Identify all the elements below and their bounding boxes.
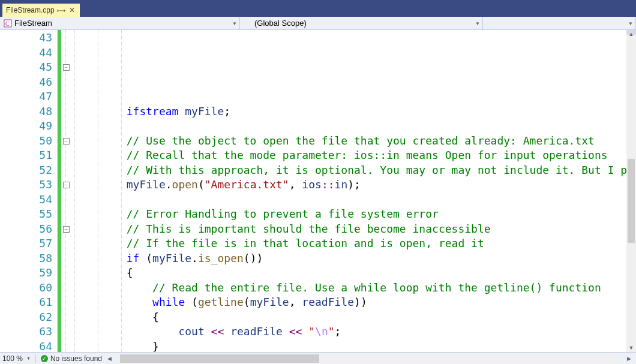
fold-toggle-icon[interactable]: − (63, 64, 70, 71)
code-line[interactable] (74, 192, 626, 207)
code-line[interactable]: // With this approach, it is optional. Y… (74, 163, 626, 178)
scroll-left-arrow-icon[interactable]: ◀ (106, 356, 113, 362)
line-number: 51 (0, 148, 52, 163)
scroll-right-arrow-icon[interactable]: ▶ (625, 356, 632, 362)
status-bar: 100 % ▼ ✓ No issues found ◀ ▶ (0, 352, 636, 364)
line-number: 63 (0, 324, 52, 339)
line-number: 46 (0, 75, 52, 90)
line-number: 61 (0, 295, 52, 310)
line-number: 52 (0, 163, 52, 178)
scroll-up-arrow-icon[interactable]: ▲ (626, 31, 636, 37)
code-editor: 4344454647484950515253545556575859606162… (0, 30, 636, 352)
line-number: 56 (0, 222, 52, 237)
code-line[interactable]: } (74, 339, 626, 353)
vertical-scrollbar[interactable]: ▲ ▼ (626, 30, 636, 352)
line-number: 43 (0, 31, 52, 46)
code-folding-column[interactable]: −−−− (61, 30, 71, 352)
issues-status[interactable]: ✓ No issues found (38, 354, 102, 363)
line-number: 55 (0, 207, 52, 222)
nav-class-dropdown[interactable]: C FileStream ▼ (0, 17, 240, 29)
code-line[interactable]: // If the file is in that location and i… (74, 236, 626, 251)
document-tab-bar: FileStream.cpp ⟼ ✕ (0, 2, 636, 17)
line-number-gutter: 4344454647484950515253545556575859606162… (0, 30, 58, 352)
nav-class-label: FileStream (14, 19, 52, 28)
line-number: 59 (0, 266, 52, 281)
chevron-down-icon: ▼ (475, 20, 480, 26)
line-number: 50 (0, 134, 52, 149)
code-line[interactable]: cout << readFile << "\n"; (74, 324, 626, 339)
class-icon: C (4, 19, 12, 28)
status-divider (35, 354, 36, 363)
issues-status-text: No issues found (50, 354, 102, 363)
nav-scope-dropdown[interactable]: (Global Scope) ▼ (240, 17, 483, 29)
line-number: 62 (0, 310, 52, 325)
ok-check-icon: ✓ (41, 355, 48, 362)
line-number: 48 (0, 104, 52, 119)
tab-filename: FileStream.cpp (6, 6, 55, 14)
code-line[interactable]: { (74, 310, 626, 325)
code-line[interactable] (74, 119, 626, 134)
horizontal-scrollbar[interactable]: ◀ ▶ (102, 354, 636, 363)
fold-toggle-icon[interactable]: − (63, 226, 70, 233)
code-line[interactable]: while (getline(myFile, readFile)) (74, 295, 626, 310)
document-tab-active[interactable]: FileStream.cpp ⟼ ✕ (2, 4, 80, 17)
code-line[interactable]: if (myFile.is_open()) (74, 251, 626, 266)
chevron-down-icon: ▼ (232, 20, 237, 26)
code-line[interactable]: { (74, 266, 626, 281)
chevron-down-icon: ▼ (628, 20, 633, 26)
line-number: 58 (0, 251, 52, 266)
horizontal-scroll-track[interactable] (120, 354, 618, 363)
line-number: 45 (0, 60, 52, 75)
close-icon[interactable]: ✕ (68, 6, 76, 14)
fold-toggle-icon[interactable]: − (63, 182, 70, 188)
code-area[interactable]: ifstream myFile; // Use the object to op… (71, 30, 626, 352)
fold-toggle-icon[interactable]: − (63, 138, 70, 145)
code-line[interactable]: // This is important should the file bec… (74, 222, 626, 237)
line-number: 47 (0, 89, 52, 104)
line-number: 64 (0, 339, 52, 354)
line-number: 57 (0, 236, 52, 251)
zoom-level[interactable]: 100 % (0, 354, 24, 363)
nav-scope-label: (Global Scope) (254, 19, 307, 28)
code-line[interactable]: ifstream myFile; (74, 104, 626, 119)
code-line[interactable]: // Error Handling to prevent a file syst… (74, 207, 626, 222)
code-line[interactable]: // Read the entire file. Use a while loo… (74, 281, 626, 296)
line-number: 53 (0, 178, 52, 192)
line-number: 60 (0, 281, 52, 296)
navigation-bar: C FileStream ▼ (Global Scope) ▼ ▼ (0, 17, 636, 30)
code-line[interactable]: myFile.open("America.txt", ios::in); (74, 178, 626, 192)
svg-text:C: C (5, 20, 10, 27)
pin-icon[interactable]: ⟼ (57, 7, 65, 14)
line-number: 54 (0, 192, 52, 207)
line-number: 49 (0, 119, 52, 134)
nav-member-dropdown[interactable]: ▼ (483, 17, 636, 29)
horizontal-scroll-thumb[interactable] (120, 354, 319, 363)
vertical-scroll-thumb[interactable] (628, 159, 635, 243)
code-line[interactable]: // Use the object to open the file that … (74, 134, 626, 149)
code-line[interactable]: // Recall that the mode parameter: ios::… (74, 148, 626, 163)
line-number: 44 (0, 46, 52, 61)
scroll-down-arrow-icon[interactable]: ▼ (626, 345, 636, 351)
zoom-dropdown-icon[interactable]: ▼ (24, 356, 33, 360)
